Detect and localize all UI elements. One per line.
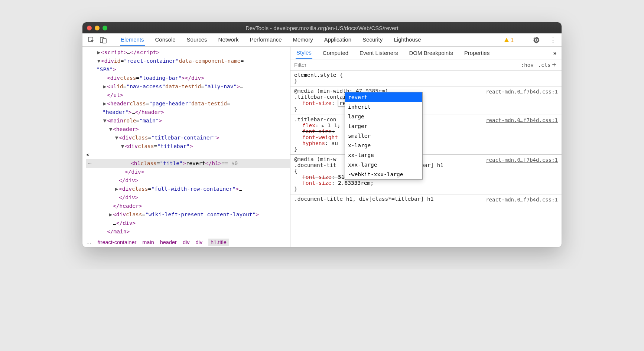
zoom-window-button[interactable] [103,26,107,30]
sidetab-event-listeners[interactable]: Event Listeners [359,47,399,58]
autocomplete-item[interactable]: inherit [345,102,422,112]
breadcrumb-item[interactable]: #react-container [98,239,137,245]
settings-icon[interactable] [532,36,541,45]
sidetab-computed[interactable]: Computed [322,47,349,58]
source-link[interactable]: react-mdn.0…f7b4d.css:1 [486,117,558,123]
autocomplete-item[interactable]: -webkit-xxx-large [345,170,422,179]
tab-security[interactable]: Security [362,34,383,46]
autocomplete-item[interactable]: large [345,112,422,121]
css-rule[interactable]: react-mdn.0…f7b4d.css:1 .titlebar-con fl… [290,115,562,155]
main-tabs: Elements Console Sources Network Perform… [120,34,422,46]
hover-toggle[interactable]: :hov [521,62,534,68]
breadcrumb-item[interactable]: main [142,239,154,245]
sidetab-properties[interactable]: Properties [464,47,490,58]
autocomplete-item[interactable]: smaller [345,131,422,141]
tab-elements[interactable]: Elements [120,34,145,46]
autocomplete-item[interactable]: revert [345,92,422,102]
source-link[interactable]: react-mdn.0…f7b4d.css:1 [486,197,558,203]
cls-toggle[interactable]: .cls [538,62,551,68]
css-rule[interactable]: react-mdn.0…f7b4d.css:1 .document-title … [290,194,562,204]
window-title: DevTools - developer.mozilla.org/en-US/d… [82,25,562,31]
sidetab-more-icon[interactable]: » [553,50,556,56]
styles-list: element.style { } react-mdn.0…f7b4d.css:… [290,70,562,247]
inspect-element-icon[interactable] [87,36,96,45]
styles-filter-bar: :hov .cls + [290,59,562,70]
sidetab-styles[interactable]: Styles [296,47,312,59]
autocomplete-item[interactable]: xxx-large [345,160,422,170]
breadcrumb-item[interactable]: div [195,239,202,245]
device-toolbar-icon[interactable] [99,36,108,45]
source-link[interactable]: react-mdn.0…f7b4d.css:1 [486,89,558,95]
autocomplete-item[interactable]: x-large [345,141,422,150]
traffic-lights [87,26,107,30]
css-rule[interactable]: react-mdn.0…f7b4d.css:1 @media (min-w .d… [290,155,562,194]
tab-lighthouse[interactable]: Lighthouse [393,34,422,46]
close-window-button[interactable] [87,26,92,30]
styles-filter-input[interactable] [294,62,521,68]
devtools-window: DevTools - developer.mozilla.org/en-US/d… [82,22,562,247]
main-toolbar: Elements Console Sources Network Perform… [82,33,562,47]
source-link[interactable]: react-mdn.0…f7b4d.css:1 [486,157,558,163]
breadcrumb-item[interactable]: header [160,239,177,245]
autocomplete-item[interactable]: larger [345,121,422,131]
breadcrumb-item[interactable]: div [183,239,190,245]
element-style-rule[interactable]: element.style { } [290,70,562,86]
selected-dom-node[interactable]: ⋯<h1 class="title">revert</h1> == $0 [86,159,290,168]
dom-breadcrumb: … #react-container main header div div h… [82,237,290,247]
minimize-window-button[interactable] [95,26,100,30]
side-tabs: Styles Computed Event Listeners DOM Brea… [290,47,562,59]
tab-memory[interactable]: Memory [292,34,314,46]
dom-tree[interactable]: ▶<script>…</script> ▼<div id="react-cont… [82,47,290,237]
breadcrumb-item-selected[interactable]: h1.title [208,239,229,246]
tab-performance[interactable]: Performance [249,34,283,46]
sidetab-dom-breakpoints[interactable]: DOM Breakpoints [408,47,453,58]
tab-application[interactable]: Application [323,34,352,46]
svg-rect-2 [103,39,106,43]
more-icon[interactable]: ⋮ [548,36,557,45]
warnings-count: 1 [511,37,514,43]
css-autocomplete-popup: revert inherit large larger smaller x-la… [345,92,423,180]
breadcrumb-overflow[interactable]: … [86,239,92,245]
tab-console[interactable]: Console [155,34,176,46]
warnings-indicator[interactable]: 1 [504,37,514,43]
new-style-rule-button[interactable]: + [550,60,558,69]
tab-sources[interactable]: Sources [186,34,208,46]
elements-panel: ▶<script>…</script> ▼<div id="react-cont… [82,47,290,247]
window-titlebar: DevTools - developer.mozilla.org/en-US/d… [82,22,562,33]
styles-panel: Styles Computed Event Listeners DOM Brea… [290,47,562,247]
autocomplete-item[interactable]: xx-large [345,150,422,160]
tab-network[interactable]: Network [218,34,240,46]
css-rule[interactable]: react-mdn.0…f7b4d.css:1 @media (min-widt… [290,86,562,115]
